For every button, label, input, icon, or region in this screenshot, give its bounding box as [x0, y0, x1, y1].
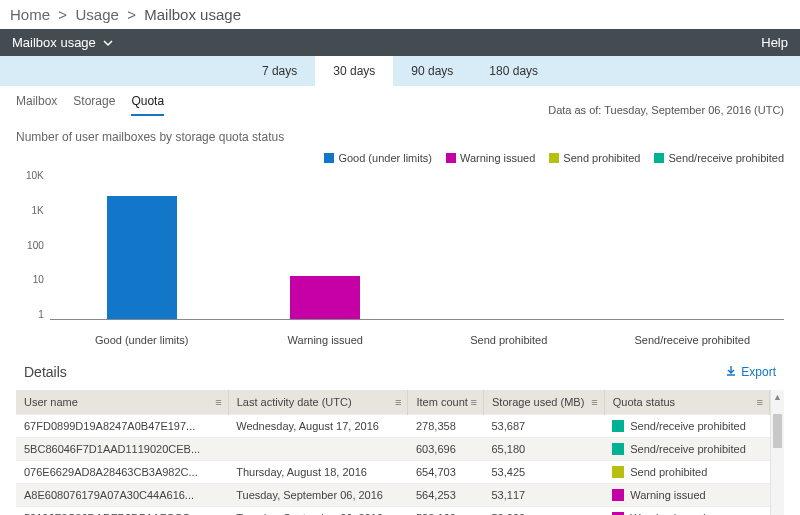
table-cell: 654,703 [408, 461, 484, 484]
table-header: User name≡Last activity date (UTC)≡Item … [16, 390, 770, 415]
column-header[interactable]: Item count≡ [408, 390, 484, 415]
legend-item: Send prohibited [549, 152, 640, 164]
download-icon [725, 365, 737, 380]
table-cell: 603,696 [408, 438, 484, 461]
breadcrumb-root[interactable]: Home [10, 6, 50, 23]
view-tab-quota[interactable]: Quota [131, 94, 164, 116]
view-tab-storage[interactable]: Storage [73, 94, 115, 116]
sort-icon[interactable]: ≡ [471, 396, 477, 408]
scroll-thumb[interactable] [773, 414, 782, 448]
table-cell: Wednesday, August 17, 2016 [228, 415, 408, 438]
x-tick: Warning issued [234, 334, 418, 346]
table-cell: 65,180 [483, 438, 604, 461]
table-cell: Thursday, August 18, 2016 [228, 461, 408, 484]
chart-plot-area [50, 170, 784, 320]
export-label: Export [741, 365, 776, 379]
period-tabs: 7 days30 days90 days180 days [0, 56, 800, 86]
help-link[interactable]: Help [761, 35, 788, 50]
table-cell: 278,358 [408, 415, 484, 438]
bar [290, 276, 360, 319]
table-row[interactable]: 53196F8C86DADFB2DB1AFCCC...Tuesday, Sept… [16, 507, 770, 516]
data-as-of: Data as of: Tuesday, September 06, 2016 … [548, 104, 784, 116]
view-tab-mailbox[interactable]: Mailbox [16, 94, 57, 116]
details-title: Details [24, 364, 67, 380]
column-header[interactable]: Last activity date (UTC)≡ [228, 390, 408, 415]
breadcrumb-mid[interactable]: Usage [75, 6, 118, 23]
table-cell: A8E608076179A07A30C44A616... [16, 484, 228, 507]
legend-swatch [446, 153, 456, 163]
table-row[interactable]: A8E608076179A07A30C44A616...Tuesday, Sep… [16, 484, 770, 507]
y-tick: 1 [26, 309, 44, 320]
status-cell: Send/receive prohibited [604, 415, 769, 438]
y-tick: 10 [26, 274, 44, 285]
sort-icon[interactable]: ≡ [215, 396, 221, 408]
table-body: 67FD0899D19A8247A0B47E197...Wednesday, A… [16, 415, 770, 516]
page-title: Mailbox usage [12, 35, 96, 50]
column-header[interactable]: Quota status≡ [604, 390, 769, 415]
breadcrumb-leaf: Mailbox usage [144, 6, 241, 23]
page-title-dropdown[interactable]: Mailbox usage [12, 35, 114, 50]
table-cell: 53,687 [483, 415, 604, 438]
x-tick: Send/receive prohibited [601, 334, 785, 346]
bar-column [233, 170, 417, 319]
view-tabs: MailboxStorageQuota [16, 94, 164, 116]
legend-swatch [549, 153, 559, 163]
table-cell [228, 438, 408, 461]
chart-legend: Good (under limits)Warning issuedSend pr… [0, 152, 800, 170]
sort-icon[interactable]: ≡ [591, 396, 597, 408]
period-tab-30-days[interactable]: 30 days [315, 56, 393, 86]
legend-item: Send/receive prohibited [654, 152, 784, 164]
status-cell: Warning issued [604, 507, 769, 516]
vertical-scrollbar[interactable]: ▲ ▼ [770, 390, 784, 515]
legend-item: Warning issued [446, 152, 535, 164]
details-section: Details Export User name≡Last activity d… [0, 346, 800, 515]
chart-y-axis: 10K1K100101 [26, 170, 50, 320]
y-tick: 100 [26, 240, 44, 251]
legend-swatch [654, 153, 664, 163]
details-table: User name≡Last activity date (UTC)≡Item … [16, 390, 770, 515]
chart-x-axis: Good (under limits)Warning issuedSend pr… [0, 334, 800, 346]
column-header[interactable]: Storage used (MB)≡ [483, 390, 604, 415]
column-header[interactable]: User name≡ [16, 390, 228, 415]
chevron-down-icon [102, 37, 114, 49]
table-cell: 53,425 [483, 461, 604, 484]
y-tick: 1K [26, 205, 44, 216]
period-tab-7-days[interactable]: 7 days [244, 56, 315, 86]
table-cell: Tuesday, September 06, 2016 [228, 484, 408, 507]
table-cell: 564,253 [408, 484, 484, 507]
table-cell: 67FD0899D19A8247A0B47E197... [16, 415, 228, 438]
x-tick: Good (under limits) [50, 334, 234, 346]
period-tab-180-days[interactable]: 180 days [471, 56, 556, 86]
status-cell: Send prohibited [604, 461, 769, 484]
table-row[interactable]: 076E6629AD8A28463CB3A982C...Thursday, Au… [16, 461, 770, 484]
status-badge [612, 466, 624, 478]
table-cell: 53,117 [483, 484, 604, 507]
table-row[interactable]: 67FD0899D19A8247A0B47E197...Wednesday, A… [16, 415, 770, 438]
bar [107, 196, 177, 319]
status-cell: Warning issued [604, 484, 769, 507]
x-tick: Send prohibited [417, 334, 601, 346]
table-row[interactable]: 5BC86046F7D1AAD1119020CEB...603,69665,18… [16, 438, 770, 461]
status-badge [612, 443, 624, 455]
chart-subtitle: Number of user mailboxes by storage quot… [0, 116, 800, 152]
table-cell: 53196F8C86DADFB2DB1AFCCC... [16, 507, 228, 516]
chart: 10K1K100101 [0, 170, 800, 330]
export-button[interactable]: Export [725, 365, 776, 380]
table-cell: 076E6629AD8A28463CB3A982C... [16, 461, 228, 484]
sort-icon[interactable]: ≡ [757, 396, 763, 408]
status-badge [612, 489, 624, 501]
period-tab-90-days[interactable]: 90 days [393, 56, 471, 86]
bar-column [600, 170, 784, 319]
legend-item: Good (under limits) [324, 152, 432, 164]
table-cell: 53,090 [483, 507, 604, 516]
table-cell: Tuesday, September 06, 2016 [228, 507, 408, 516]
scroll-up-icon[interactable]: ▲ [771, 390, 784, 404]
y-tick: 10K [26, 170, 44, 181]
status-badge [612, 420, 624, 432]
sort-icon[interactable]: ≡ [395, 396, 401, 408]
table-cell: 5BC86046F7D1AAD1119020CEB... [16, 438, 228, 461]
table-cell: 528,160 [408, 507, 484, 516]
bar-column [417, 170, 601, 319]
legend-swatch [324, 153, 334, 163]
bar-column [50, 170, 234, 319]
